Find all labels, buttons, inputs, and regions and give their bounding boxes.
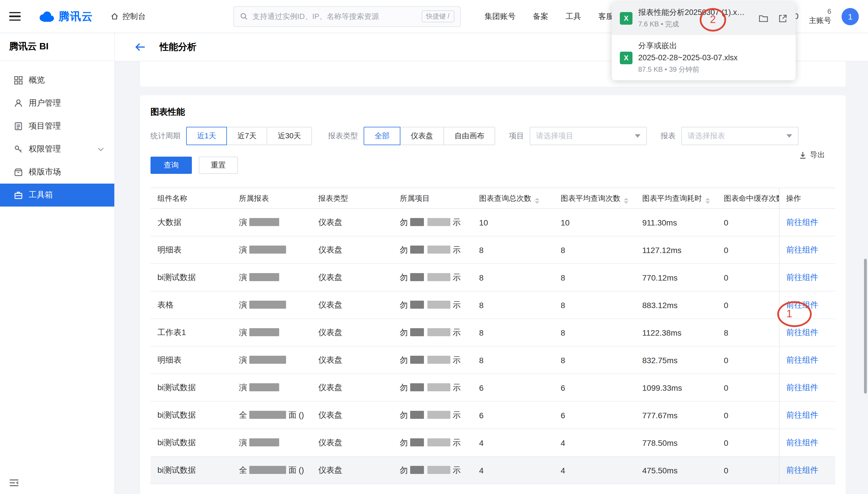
goto-component-link[interactable]: 前往组件 [786, 465, 818, 474]
sidebar-item-label: 概览 [29, 75, 45, 86]
project-name-prefix: 勿 [400, 410, 408, 419]
redacted-project-name [428, 328, 450, 336]
avg-query-count: 4 [561, 438, 565, 447]
avg-query-count: 8 [561, 245, 565, 254]
sidebar-item-overview[interactable]: 概览 [0, 69, 114, 92]
redacted-report-name [249, 356, 286, 363]
period-option-7d[interactable]: 近7天 [226, 127, 267, 145]
excel-file-icon: X [620, 12, 632, 25]
avatar[interactable]: 1 [842, 8, 859, 25]
download-meta: 7.6 KB • 完成 [638, 19, 745, 29]
component-name: bi测试数据 [157, 382, 196, 392]
table-row: bi测试数据 演 仪表盘 勿示 4 4 778.50ms 0 前往组件 [150, 429, 835, 456]
type-option-all[interactable]: 全部 [364, 127, 400, 145]
key-icon [14, 145, 23, 154]
goto-component-link[interactable]: 前往组件 [786, 272, 818, 281]
goto-component-link[interactable]: 前往组件 [786, 382, 818, 392]
report-type-button-group: 全部 仪表盘 自由画布 [364, 127, 495, 145]
vertical-scrollbar[interactable] [864, 259, 867, 394]
cache-hit-count: 0 [724, 411, 728, 420]
download-icon [798, 151, 807, 159]
nav-item-icp[interactable]: 备案 [533, 11, 548, 21]
nav-item-tools[interactable]: 工具 [565, 11, 581, 21]
redacted-report-name [249, 411, 286, 419]
reset-button[interactable]: 重置 [199, 157, 238, 174]
redacted-project-name [428, 356, 450, 363]
collapse-sidebar-icon[interactable] [9, 478, 19, 487]
project-select[interactable]: 请选择项目 [530, 127, 647, 145]
sidebar-item-project-management[interactable]: 项目管理 [0, 115, 114, 138]
account-info[interactable]: 6 主账号 [809, 7, 831, 25]
redacted-project-name [410, 438, 424, 446]
console-link[interactable]: 控制台 [110, 11, 146, 21]
goto-component-link[interactable]: 前往组件 [786, 327, 818, 337]
goto-component-link[interactable]: 前往组件 [786, 245, 818, 254]
report-label: 报表 [661, 131, 675, 141]
component-name: 大数据 [157, 217, 182, 226]
avg-query-count: 10 [561, 218, 569, 227]
tencent-cloud-logo[interactable]: 腾讯云 [38, 9, 93, 24]
report-select-placeholder: 请选择报表 [688, 131, 786, 141]
download-filename-line1: 分享或嵌出 [638, 41, 738, 51]
sort-icon[interactable] [624, 198, 629, 203]
query-button[interactable]: 查询 [150, 157, 192, 174]
avg-query-time: 777.67ms [642, 411, 677, 420]
component-name: 明细表 [157, 355, 182, 364]
project-name-prefix: 勿 [400, 300, 408, 309]
redacted-project-name [410, 218, 424, 226]
sort-icon[interactable] [705, 198, 710, 203]
search-input[interactable] [252, 12, 421, 21]
export-button[interactable]: 导出 [798, 150, 825, 160]
goto-component-link[interactable]: 前往组件 [786, 437, 818, 446]
goto-component-link[interactable]: 前往组件 [786, 410, 818, 419]
report-name-prefix: 演 [239, 382, 247, 392]
goto-component-link[interactable]: 前往组件 [786, 355, 818, 364]
sidebar-item-toolbox[interactable]: 工具箱 [0, 184, 114, 207]
hamburger-menu-button[interactable] [0, 12, 30, 21]
topbar-nav: 集团账号 备案 工具 客服 [485, 11, 614, 21]
type-option-dashboard[interactable]: 仪表盘 [400, 127, 444, 145]
report-name-prefix: 演 [239, 437, 247, 446]
hamburger-icon [9, 12, 21, 21]
open-file-icon[interactable] [778, 14, 788, 23]
show-in-folder-icon[interactable] [758, 13, 768, 23]
type-option-canvas[interactable]: 自由画布 [444, 127, 495, 145]
period-option-30d[interactable]: 近30天 [267, 127, 312, 145]
period-option-1d[interactable]: 近1天 [186, 127, 227, 145]
cache-hit-count: 8 [724, 328, 728, 337]
nav-item-support[interactable]: 客服 [598, 11, 614, 21]
sidebar-item-user-management[interactable]: 用户管理 [0, 92, 114, 115]
sidebar-item-template-market[interactable]: 模版市场 [0, 160, 114, 184]
redacted-project-name [410, 328, 424, 336]
report-select[interactable]: 请选择报表 [681, 127, 798, 145]
table-row: 明细表 演 仪表盘 勿示 8 8 832.75ms 0 前往组件 [150, 346, 835, 374]
performance-table: 组件名称 所属报表 报表类型 所属项目 图表查询总次数 图表平均查询次数 图表平… [150, 188, 835, 484]
redacted-project-name [428, 438, 450, 446]
report-name-suffix: 面 () [288, 465, 304, 474]
table-row: bi测试数据 演 仪表盘 勿示 8 8 770.12ms 0 前往组件 [150, 264, 835, 291]
total-query-count: 8 [479, 245, 484, 254]
back-button[interactable] [134, 42, 146, 52]
avg-query-count: 6 [561, 411, 565, 420]
topbar-right: 0 6 主账号 1 [794, 7, 868, 25]
cache-hit-count: 0 [724, 356, 728, 365]
project-name-prefix: 勿 [400, 217, 408, 226]
filter-row: 统计周期 近1天 近7天 近30天 报表类型 全部 仪表盘 自由画布 项目 请选… [150, 127, 835, 145]
avg-query-time: 770.12ms [642, 273, 677, 282]
table-row: bi测试数据 演 仪表盘 勿示 6 6 1099.33ms 0 前往组件 [150, 374, 835, 401]
search-box[interactable]: 快捷键 / [233, 6, 460, 27]
report-type: 仪表盘 [318, 437, 342, 446]
nav-item-group-account[interactable]: 集团账号 [485, 11, 516, 21]
sort-icon[interactable] [535, 198, 539, 203]
console-label: 控制台 [122, 11, 146, 21]
project-name-suffix: 示 [453, 217, 461, 226]
goto-component-link[interactable]: 前往组件 [786, 217, 818, 226]
component-name: bi测试数据 [157, 272, 196, 281]
download-item[interactable]: X 分享或嵌出 2025-02-28~2025-03-07.xlsx 87.5 … [612, 35, 796, 81]
project-name-suffix: 示 [453, 327, 461, 337]
report-type: 仪表盘 [318, 410, 342, 419]
sidebar-item-permission-management[interactable]: 权限管理 [0, 138, 114, 160]
project-name-suffix: 示 [453, 465, 461, 474]
sidebar-title: 腾讯云 BI [0, 33, 114, 61]
chart-performance-card: 图表性能 统计周期 近1天 近7天 近30天 报表类型 全部 仪表盘 自由画布 … [140, 95, 846, 494]
